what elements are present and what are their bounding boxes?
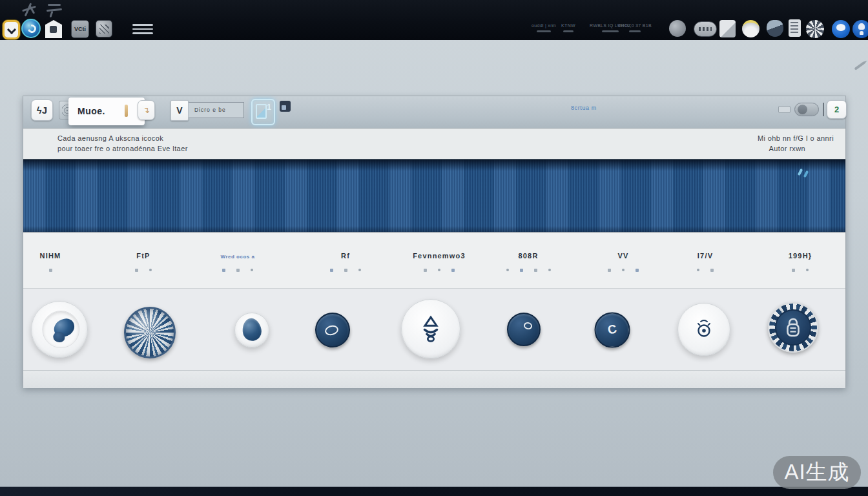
param-group: FtP <box>95 232 192 272</box>
param-group: Fevnnemwo3 <box>391 232 488 272</box>
toggle-knob <box>798 105 807 114</box>
taskbar-app-icon-1[interactable] <box>3 20 20 39</box>
button-bell[interactable] <box>401 299 460 358</box>
bottom-bar <box>0 486 868 496</box>
taskbar: VCti ouddl | xrm KTNW RWBLS IQ LUHOZ €O1… <box>0 0 868 40</box>
power-button[interactable]: ϟJ <box>31 99 53 121</box>
param-group: NIHM <box>2 232 99 272</box>
info-left-line1: Cada aenusng A ukscna icocok <box>57 134 163 142</box>
plugin-panel: ϟJ Muoe. ↴ V Dicro e be 1 ⌄ 8crtua m 2 C… <box>23 96 846 388</box>
knob-navy-c[interactable]: C <box>595 313 630 348</box>
ai-watermark-badge: AI生成 <box>773 456 861 489</box>
tick-marker <box>344 269 347 272</box>
target-eye-icon <box>691 316 717 342</box>
mini-arrow-button[interactable]: ↴ <box>138 100 155 120</box>
param-label: Rf <box>297 252 394 260</box>
c-glyph: C <box>593 311 632 349</box>
taskbar-app-icon-5[interactable] <box>96 20 112 37</box>
tray-icon-blue-1[interactable] <box>832 20 850 38</box>
capture-icon-button[interactable]: 1 ⌄ <box>251 99 275 125</box>
mode-dropdown-value: Muoe. <box>78 106 105 116</box>
knobs-row: C <box>23 288 845 370</box>
tick-marker <box>548 269 551 271</box>
tick-marker <box>438 269 440 271</box>
param-label: Fevnnemwo3 <box>391 252 488 260</box>
knob-pointer-blob-2 <box>53 332 65 342</box>
tick-marker <box>49 269 52 272</box>
monitor-icon <box>256 104 267 119</box>
param-label: I7/V <box>657 252 754 260</box>
tray-icon-document[interactable] <box>719 20 736 37</box>
text-cursor <box>125 105 128 117</box>
panel-footer <box>23 370 845 388</box>
capture-badge: 1 <box>267 103 271 112</box>
tick-marker <box>608 269 611 272</box>
tick-marker <box>251 269 253 271</box>
tick-marker <box>622 269 625 271</box>
tray-icon-1[interactable] <box>669 20 686 37</box>
param-label: 199H} <box>752 252 849 260</box>
tray-icon-globe[interactable] <box>806 20 824 38</box>
mode-dropdown[interactable]: Muoe. <box>68 98 145 125</box>
tray-icon-helmet[interactable] <box>742 20 760 37</box>
tray-icon-2[interactable] <box>694 21 717 37</box>
preset-field[interactable]: Dicro e be <box>189 102 244 118</box>
tick-marker <box>636 269 639 272</box>
v-dropdown-button[interactable]: V <box>170 100 189 121</box>
info-right-line1: Mi ohb nn f/G I o annri <box>758 134 834 142</box>
pencil-artifact-icon <box>854 61 865 70</box>
waveform-display[interactable] <box>23 159 845 232</box>
tray-icon-list[interactable] <box>789 19 801 37</box>
toolbar-divider <box>823 103 824 116</box>
tray-icon-user[interactable] <box>852 20 868 38</box>
info-bar: Cada aenusng A ukscna icocok pour toaer … <box>23 129 845 159</box>
taskbar-menu-icon[interactable] <box>132 24 153 34</box>
taskbar-window-item[interactable]: €O1L,0 37 B1B <box>606 23 664 32</box>
tray-icon-shield[interactable] <box>767 20 783 37</box>
knob-lock-dial[interactable] <box>768 302 818 353</box>
picture-icon-button[interactable] <box>280 101 291 112</box>
taskbar-app-icon-2[interactable] <box>21 19 41 38</box>
tick-marker <box>697 269 699 271</box>
tick-marker <box>330 269 333 272</box>
toggle-switch[interactable] <box>794 103 819 116</box>
taskbar-app-icon-vcu[interactable]: VCti <box>71 20 89 38</box>
window-item-label: KTNW <box>561 23 575 28</box>
tick-marker <box>710 269 714 272</box>
oval-ring-icon <box>324 324 339 337</box>
param-label: FtP <box>95 252 192 260</box>
taskbar-window-item[interactable]: KTNW <box>557 23 580 32</box>
knob-inner <box>42 311 79 348</box>
tick-marker <box>222 269 225 272</box>
knob-textured-dial[interactable] <box>124 307 176 358</box>
window-item-label: €O1L,0 37 B1B <box>618 23 652 28</box>
knob-navy-arc[interactable] <box>507 313 541 346</box>
toolbar-link[interactable]: 8crtua m <box>571 105 597 111</box>
tick-marker <box>424 269 427 272</box>
param-group: 199H} <box>752 232 849 272</box>
button-target[interactable] <box>677 303 730 356</box>
tick-marker <box>358 269 361 271</box>
taskbar-app-icon-3[interactable] <box>45 20 62 38</box>
tick-marker <box>451 269 455 272</box>
knob-teardrop[interactable] <box>234 313 269 347</box>
mini-display[interactable] <box>778 106 790 113</box>
lock-icon <box>783 316 803 338</box>
teardrop-pointer <box>241 317 263 342</box>
cursor-sparkle-icon <box>799 169 812 181</box>
arc-ring-icon <box>523 322 533 331</box>
knob-navy-oval[interactable] <box>315 313 350 347</box>
parameter-labels-row: NIHM FtP Wred ocos a Rf Fevnnemwo3 808R … <box>23 232 845 288</box>
window-item-label: ouddl | xrm <box>532 23 556 28</box>
page-number-button[interactable]: 2 <box>827 100 847 119</box>
plugin-toolbar: ϟJ Muoe. ↴ V Dicro e be 1 ⌄ 8crtua m 2 <box>23 96 845 129</box>
tick-marker <box>149 269 152 271</box>
param-label: 808R <box>480 252 577 260</box>
tick-marker <box>534 269 537 272</box>
knob-white-ring[interactable] <box>31 301 88 358</box>
taskbar-scribble-icon-2 <box>46 1 63 18</box>
info-left-line2: pour toaer fre o atronadénna Eve ltaer <box>57 145 188 152</box>
param-group: 808R <box>480 232 577 272</box>
lock-dial-inner <box>775 309 811 346</box>
param-label: Wred ocos a <box>189 254 286 260</box>
